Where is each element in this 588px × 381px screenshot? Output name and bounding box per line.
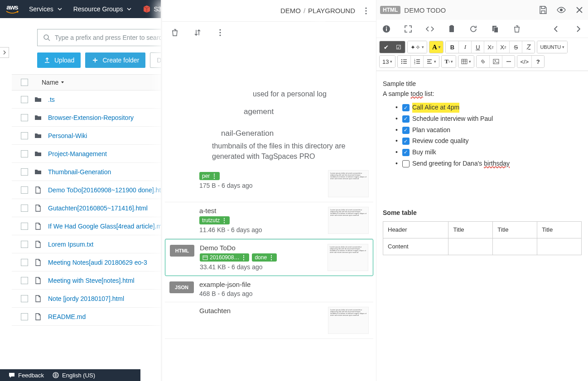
language-select[interactable]: English (US) — [52, 371, 95, 379]
breadcrumb-demo[interactable]: DEMO — [280, 7, 301, 14]
save-icon[interactable] — [538, 5, 548, 15]
todo-checkbox[interactable] — [402, 160, 410, 167]
filetype-badge: JSON — [169, 281, 194, 293]
file-card[interactable]: per⋮175 B - 6 days agoLorem ipsum dolor … — [165, 166, 373, 202]
ol-button[interactable]: 123 — [410, 56, 423, 67]
clear-format-button[interactable] — [522, 41, 535, 53]
row-checkbox[interactable] — [21, 186, 28, 194]
todo-list: ✓Call Alice at 4pm✓Schedule interview wi… — [383, 99, 582, 168]
todo-checkbox[interactable]: ✓ — [402, 127, 410, 134]
svg-rect-7 — [203, 256, 207, 260]
row-label: Meeting with Steve[notes].html — [48, 277, 135, 284]
todo-checkbox[interactable]: ✓ — [402, 104, 410, 111]
row-checkbox[interactable] — [21, 277, 28, 284]
highlight-color-button[interactable]: A — [429, 41, 443, 53]
filetype-badge: HTML — [170, 245, 194, 257]
todo-checkbox[interactable]: ✓ — [402, 115, 410, 123]
subscript-button[interactable]: X2 — [496, 41, 509, 53]
todo-text: Buy milk — [412, 148, 436, 157]
reload-icon[interactable] — [469, 24, 478, 33]
s3-shortcut[interactable]: S3 — [143, 5, 161, 13]
feedback-link[interactable]: Feedback — [8, 371, 44, 379]
resource-groups-menu[interactable]: Resource Groups — [73, 5, 133, 13]
more-icon[interactable] — [216, 28, 225, 37]
table-cell — [537, 238, 582, 255]
help-button[interactable]: ? — [531, 56, 544, 67]
folder-note-tg: thumbnails of the files in this director… — [162, 140, 376, 165]
folder-thumbnail-generation[interactable]: nail-Generation — [162, 127, 376, 140]
preview-icon[interactable] — [556, 5, 566, 15]
breadcrumb-playground[interactable]: PLAYGROUND — [308, 7, 355, 14]
svg-point-8 — [560, 9, 563, 11]
row-label: Lorem Ipsum.txt — [48, 241, 93, 248]
next-icon[interactable] — [574, 24, 583, 33]
sample-title: Sample title — [383, 79, 582, 89]
delete-icon[interactable] — [170, 28, 179, 37]
underline-button[interactable]: U — [471, 41, 484, 53]
row-checkbox[interactable] — [21, 205, 28, 212]
file-icon — [34, 204, 43, 212]
table-button[interactable] — [458, 56, 474, 67]
row-checkbox[interactable] — [21, 168, 28, 176]
search-icon — [43, 34, 50, 41]
strike-button[interactable]: S — [509, 41, 522, 53]
row-label: Browser-Extension-Repository — [48, 114, 134, 121]
row-checkbox[interactable] — [21, 150, 28, 157]
superscript-button[interactable]: X2 — [484, 41, 496, 53]
row-checkbox[interactable] — [21, 223, 28, 230]
align-button[interactable] — [423, 56, 439, 67]
sort-swap-icon[interactable] — [193, 28, 202, 37]
row-checkbox[interactable] — [21, 114, 28, 121]
source-button[interactable]: </> — [517, 56, 531, 67]
file-card[interactable]: JSONexample-json-file468 B - 6 days ago — [165, 276, 373, 302]
tag[interactable]: trutzutz⋮ — [199, 216, 230, 224]
name-column-header[interactable]: Name — [42, 79, 65, 86]
expand-panel-handle[interactable] — [0, 47, 9, 58]
folder-menu-icon[interactable] — [361, 6, 371, 15]
tag[interactable]: done⋮ — [252, 253, 277, 262]
copy-icon[interactable] — [491, 24, 500, 33]
services-menu[interactable]: Services — [29, 5, 63, 13]
folder-project-management[interactable]: agement — [162, 103, 376, 118]
code-icon[interactable] — [425, 24, 434, 33]
row-checkbox[interactable] — [21, 96, 28, 103]
row-checkbox[interactable] — [21, 241, 28, 248]
tagspaces-panel: DEMO / PLAYGROUND used for a personal lo… — [161, 0, 376, 381]
info-icon[interactable] — [382, 24, 391, 33]
select-all-checkbox[interactable] — [21, 79, 28, 86]
todo-checkbox[interactable]: ✓ — [402, 138, 410, 145]
check-format-button[interactable]: ✔ — [380, 41, 392, 53]
delete-icon[interactable] — [512, 24, 521, 33]
prev-icon[interactable] — [552, 24, 561, 33]
close-icon[interactable] — [574, 5, 584, 15]
fullscreen-icon[interactable] — [404, 24, 413, 33]
tag[interactable]: per⋮ — [199, 172, 220, 180]
checkbox-format-button[interactable]: ☑ — [392, 41, 405, 53]
row-checkbox[interactable] — [21, 295, 28, 302]
todo-checkbox[interactable]: ✓ — [402, 149, 410, 156]
font-family-select[interactable]: UBUNTU — [537, 41, 567, 53]
magic-format-button[interactable]: ✦✧ — [408, 41, 427, 53]
link-button[interactable] — [477, 56, 489, 67]
row-checkbox[interactable] — [21, 259, 28, 266]
file-card[interactable]: HTMLDemo ToDo20160908…⋮done⋮33.41 KB - 6… — [165, 239, 373, 276]
hr-button[interactable] — [502, 56, 515, 67]
row-checkbox[interactable] — [21, 313, 28, 320]
ul-button[interactable] — [398, 56, 410, 67]
tag[interactable]: 20160908…⋮ — [200, 253, 249, 262]
row-label: Personal-Wiki — [48, 132, 87, 139]
editor-document[interactable]: Sample title A sample todo list: ✓Call A… — [376, 71, 588, 263]
image-button[interactable] — [489, 56, 502, 67]
create-folder-button[interactable]: Create folder — [85, 52, 145, 68]
file-icon — [34, 313, 43, 321]
font-size-select[interactable]: 13 — [380, 56, 395, 67]
italic-button[interactable]: I — [458, 41, 471, 53]
bold-button[interactable]: B — [446, 41, 458, 53]
heading-button[interactable]: T! — [442, 56, 456, 67]
paste-icon[interactable] — [447, 24, 456, 33]
upload-button[interactable]: Upload — [37, 52, 81, 68]
file-card[interactable]: GutachtenLorem ipsum dolor sit amet cons… — [165, 302, 373, 339]
row-checkbox[interactable] — [21, 132, 28, 139]
file-card[interactable]: a-testtrutzutz⋮11.46 KB - 6 days agoLore… — [165, 202, 373, 239]
row-label: Thumbnail-Generation — [48, 168, 111, 176]
